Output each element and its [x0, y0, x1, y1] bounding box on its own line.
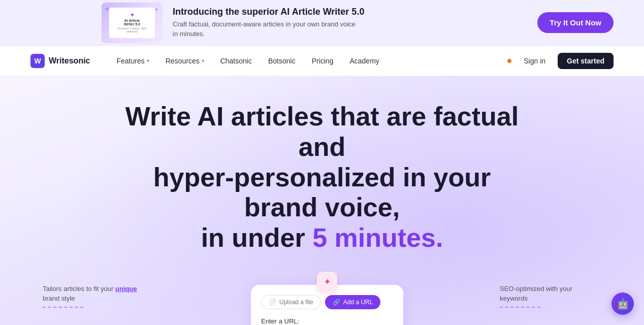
pink-sparkle-icon: ✦	[317, 272, 337, 292]
upload-tabs: 📄 Upload a file 🔗 Add a URL	[261, 295, 393, 309]
nav-label-botsonic: Botsonic	[268, 57, 296, 65]
tab-add-url[interactable]: 🔗 Add a URL	[325, 295, 381, 309]
signin-button[interactable]: Sign in	[518, 54, 552, 68]
hero-title-line3-prefix: in under	[201, 223, 313, 252]
chat-icon: 🤖	[617, 298, 629, 310]
promo-banner: ✦ ✦ AI Article Writer 5.0 On-brand · Fac…	[0, 0, 644, 46]
nav-actions: Sign in Get started	[507, 53, 614, 69]
hero-title-line2: hyper-personalized in your brand voice,	[153, 162, 491, 222]
getstarted-button[interactable]: Get started	[558, 53, 614, 69]
hero-title-accent: 5 minutes.	[312, 223, 443, 252]
banner-text-block: Introducing the superior AI Article Writ…	[173, 7, 364, 39]
hero-center: ✦ 📄 Upload a file 🔗 Add a URL Enter	[165, 269, 490, 325]
url-input-group: Enter a URL: Exact URL ▾	[261, 317, 393, 325]
nav-item-pricing[interactable]: Pricing	[306, 54, 340, 68]
upload-card-container: ✦ 📄 Upload a file 🔗 Add a URL Enter	[251, 277, 403, 325]
nav-item-botsonic[interactable]: Botsonic	[262, 54, 302, 68]
feature-seo: SEO-optimized with your keywords	[500, 269, 601, 308]
nav-label-chatsonic: Chatsonic	[220, 57, 252, 65]
dashed-line-horizontal	[43, 307, 83, 308]
hero-left-features: Tailors articles to fit your unique bran…	[43, 269, 154, 325]
nav-item-resources[interactable]: Resources ▾	[159, 54, 210, 68]
banner-mockup-image: ✦ ✦ AI Article Writer 5.0 On-brand · Fac…	[102, 3, 163, 43]
hero-section: Write AI articles that are factual and h…	[0, 76, 644, 325]
logo-link[interactable]: W Writesonic	[30, 54, 90, 68]
link-icon: 🔗	[333, 299, 340, 306]
sparkle-icon-sm: ✦	[154, 7, 158, 12]
chat-widget-button[interactable]: 🤖	[611, 292, 634, 315]
feature-brand-style-text: Tailors articles to fit your unique bran…	[43, 284, 154, 304]
hero-content: Tailors articles to fit your unique bran…	[43, 269, 601, 325]
nav-label-pricing: Pricing	[312, 57, 334, 65]
navbar: W Writesonic Features ▾ Resources ▾ Chat…	[0, 46, 644, 76]
mockup-line2: Writer 5.0	[124, 22, 140, 26]
logo-icon: W	[30, 54, 45, 68]
mockup-card: AI Article Writer 5.0 On-brand · Factual…	[109, 8, 155, 38]
mockup-subtext: On-brand · Factual · SEO optimized	[112, 27, 152, 33]
nav-links: Features ▾ Resources ▾ Chatsonic Botsoni…	[111, 54, 508, 68]
chevron-down-icon: ▾	[147, 58, 149, 63]
dashed-line-seo	[500, 307, 540, 308]
hero-title-line1: Write AI articles that are factual and	[125, 102, 519, 161]
feature-brand-style: Tailors articles to fit your unique bran…	[43, 284, 154, 308]
tab-url-label: Add a URL	[343, 299, 373, 306]
banner-title: Introducing the superior AI Article Writ…	[173, 7, 364, 17]
chevron-down-icon: ▾	[202, 58, 204, 63]
tab-upload-file[interactable]: 📄 Upload a file	[261, 295, 321, 309]
nav-item-academy[interactable]: Academy	[343, 54, 385, 68]
nav-item-chatsonic[interactable]: Chatsonic	[214, 54, 258, 68]
banner-description: Craft factual, document-aware articles i…	[173, 19, 356, 39]
hero-right-features: SEO-optimized with your keywords ⚡ 2000+…	[500, 269, 601, 325]
logo-text: Writesonic	[49, 56, 90, 66]
nav-label-academy: Academy	[349, 57, 379, 65]
notification-dot	[507, 59, 511, 63]
hero-title: Write AI articles that are factual and h…	[119, 102, 525, 253]
upload-file-icon: 📄	[269, 299, 276, 306]
url-input-label: Enter a URL:	[261, 317, 393, 325]
nav-item-features[interactable]: Features ▾	[111, 54, 155, 68]
mockup-line1: AI Article	[124, 19, 140, 22]
banner-cta-button[interactable]: Try It Out Now	[537, 12, 614, 33]
tab-upload-label: Upload a file	[279, 299, 313, 306]
banner-left: ✦ ✦ AI Article Writer 5.0 On-brand · Fac…	[102, 3, 364, 43]
nav-label-resources: Resources	[166, 57, 200, 65]
unique-highlight: unique	[115, 285, 137, 292]
nav-label-features: Features	[117, 57, 145, 65]
feature-seo-text: SEO-optimized with your keywords	[500, 284, 601, 304]
